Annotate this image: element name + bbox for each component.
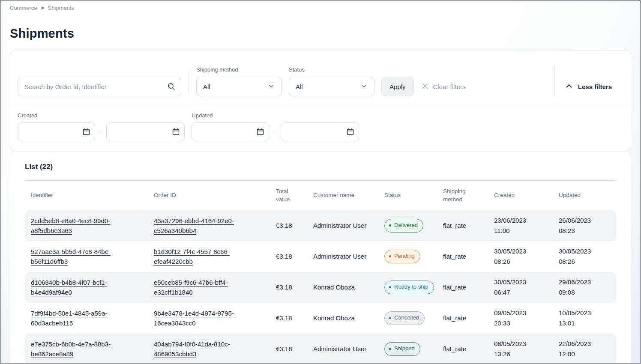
- order-id-link[interactable]: e50ceb85-f9c6-47b6-bff4-e32cff1b1840: [154, 279, 228, 296]
- created-cell: 30/05/2023 08:26: [488, 242, 553, 271]
- customer-name-cell: Administrator User: [307, 216, 378, 235]
- created-to-input[interactable]: [106, 122, 185, 141]
- updated-cell: 26/06/2023 08:23: [553, 211, 616, 240]
- filters-row-dates: Created: [10, 105, 631, 151]
- status-badge: Pending: [384, 250, 420, 263]
- status-value: All: [296, 83, 303, 90]
- status-dot-icon: [389, 255, 391, 257]
- column-header-created: Created: [488, 188, 553, 203]
- shipping-method-label: Shipping method: [196, 66, 282, 73]
- identifier-link[interactable]: 2cdd5eb8-e8a0-4ec8-99d0-a8f5db6e3a63: [31, 217, 110, 234]
- table-body: 2cdd5eb8-e8a0-4ec8-99d0-a8f5db6e3a63 43a…: [25, 210, 616, 364]
- customer-name-cell: Administrator User: [307, 340, 378, 358]
- customer-name-cell: Konrad Oboza: [307, 278, 378, 296]
- status-badge: Cancelled: [384, 311, 425, 325]
- table-row: d106340b-b4b8-4f07-bcf1-b4e4d9af94e0 e50…: [25, 272, 616, 303]
- updated-cell: 30/05/2023 08:26: [553, 242, 616, 271]
- column-header-customer-name: Customer name: [307, 188, 378, 203]
- identifier-link[interactable]: d106340b-b4b8-4f07-bcf1-b4e4d9af94e0: [31, 279, 107, 296]
- page-title: Shipments: [10, 27, 631, 41]
- shipping-method-filter: Shipping method All: [196, 66, 282, 96]
- close-icon: [421, 82, 429, 92]
- list-title: List (22): [25, 163, 616, 171]
- status-dot-icon: [389, 224, 391, 227]
- updated-cell: 10/05/2023 13:01: [553, 304, 616, 333]
- status-dot-icon: [389, 286, 391, 288]
- column-header-shipping-method: Shipping method: [437, 184, 488, 207]
- status-badge-label: Shipped: [394, 344, 415, 353]
- total-value-cell: €3.18: [270, 340, 307, 358]
- chevron-down-icon: [268, 83, 275, 91]
- apply-button[interactable]: Apply: [381, 77, 414, 96]
- column-header-updated: Updated: [553, 188, 616, 203]
- identifier-link[interactable]: 527aae3a-5b5d-47c8-84be-b56f11d6ffb3: [31, 248, 111, 265]
- status-cell: Ready to ship: [378, 276, 437, 298]
- clear-filters-label: Clear filters: [433, 83, 466, 90]
- filter-divider: [554, 66, 555, 96]
- identifier-link[interactable]: e7e375cb-6b0b-4e7a-88b3-be862ace8a89: [31, 340, 111, 358]
- breadcrumb-item-shipments[interactable]: Shipments: [48, 5, 74, 11]
- shipping-method-cell: flat_rate: [437, 247, 488, 266]
- breadcrumb-item-commerce[interactable]: Commerce: [10, 5, 37, 11]
- order-id-link[interactable]: b1d30f12-7f4c-4557-8c66-efeaf4220cbb: [154, 248, 230, 265]
- total-value-cell: €3.18: [270, 278, 307, 296]
- column-header-identifier: Identifier: [25, 188, 148, 203]
- status-select[interactable]: All: [289, 77, 374, 96]
- order-id-link[interactable]: 404ab794-f0f0-41da-810c-4869053cbbd3: [154, 340, 230, 358]
- column-header-order-id: Order ID: [148, 188, 270, 203]
- total-value-cell: €3.18: [270, 309, 307, 327]
- created-cell: 09/05/2023 20:33: [488, 304, 553, 333]
- status-cell: Delivered: [378, 215, 437, 236]
- shipping-method-cell: flat_rate: [437, 216, 488, 235]
- created-date-filter: Created: [18, 112, 185, 141]
- status-dot-icon: [389, 348, 391, 350]
- updated-cell: 22/06/2023 12:00: [553, 334, 616, 364]
- status-badge: Delivered: [384, 219, 423, 232]
- chevron-down-icon: [360, 83, 367, 91]
- less-filters-label: Less filters: [578, 83, 612, 90]
- customer-name-cell: Administrator User: [307, 247, 378, 266]
- app-window: Commerce > Shipments Shipments: [0, 0, 641, 364]
- status-badge: Ready to ship: [384, 280, 434, 294]
- search-field-wrap: [18, 77, 181, 96]
- updated-from-input[interactable]: [192, 122, 269, 141]
- updated-to-input[interactable]: [281, 122, 359, 141]
- created-cell: 23/06/2023 11:00: [488, 211, 553, 240]
- filters-row-primary: Shipping method All Status All: [10, 51, 631, 105]
- table-row: 2cdd5eb8-e8a0-4ec8-99d0-a8f5db6e3a63 43a…: [25, 210, 616, 241]
- created-cell: 30/05/2023 06:47: [488, 273, 553, 302]
- updated-cell: 29/06/2023 09:08: [553, 273, 616, 302]
- table-row: 7df9f4bd-50e1-4845-a59a-60d3acbeb115 9b4…: [25, 303, 616, 334]
- breadcrumb: Commerce > Shipments: [10, 5, 631, 11]
- created-from-input[interactable]: [18, 122, 95, 141]
- status-badge: Shipped: [384, 342, 420, 355]
- total-value-cell: €3.18: [270, 247, 307, 266]
- search-icon: [167, 82, 176, 92]
- status-cell: Shipped: [378, 338, 437, 360]
- status-badge-label: Pending: [394, 252, 415, 260]
- shipping-method-value: All: [203, 83, 210, 90]
- order-id-link[interactable]: 9b4e3478-1e4d-4974-9795-16cea3843cc0: [154, 310, 234, 327]
- status-filter: Status All: [289, 66, 374, 96]
- shipping-method-cell: flat_rate: [437, 278, 488, 296]
- status-dot-icon: [389, 317, 391, 319]
- breadcrumb-separator-icon: >: [41, 5, 44, 11]
- page-header: Commerce > Shipments Shipments: [1, 1, 640, 41]
- total-value-cell: €3.18: [270, 216, 307, 235]
- table-row: 527aae3a-5b5d-47c8-84be-b56f11d6ffb3 b1d…: [25, 241, 616, 272]
- shipping-method-select[interactable]: All: [196, 77, 282, 96]
- column-header-total-value: Total value: [270, 184, 307, 207]
- less-filters-toggle[interactable]: Less filters: [565, 77, 612, 96]
- identifier-link[interactable]: 7df9f4bd-50e1-4845-a59a-60d3acbeb115: [31, 310, 107, 327]
- updated-label: Updated: [192, 112, 359, 119]
- table-header-row: Identifier Order ID Total value Customer…: [25, 180, 616, 210]
- created-label: Created: [18, 112, 185, 119]
- clear-filters-button[interactable]: Clear filters: [421, 77, 466, 96]
- shipping-method-cell: flat_rate: [437, 340, 488, 358]
- table-row: e7e375cb-6b0b-4e7a-88b3-be862ace8a89 404…: [25, 334, 616, 364]
- customer-name-cell: Konrad Oboza: [307, 309, 378, 327]
- date-range-separator: –: [95, 128, 106, 136]
- date-range-separator: –: [269, 128, 280, 136]
- search-input[interactable]: [18, 77, 181, 96]
- order-id-link[interactable]: 43a37296-ebbd-4164-92e0-c526a340b6b4: [154, 217, 234, 234]
